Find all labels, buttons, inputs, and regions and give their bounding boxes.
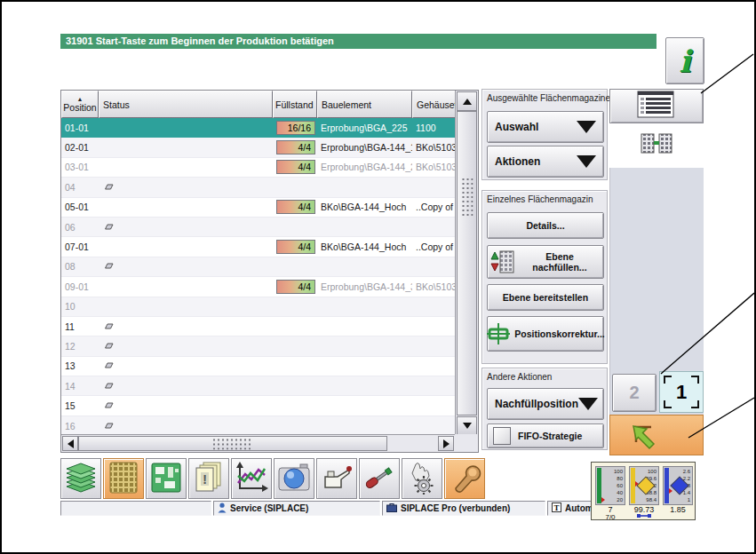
- column-header-bauelement[interactable]: Bauelement: [317, 91, 412, 118]
- group-title: Andere Aktionen: [487, 372, 552, 382]
- checkbox-unchecked-icon[interactable]: [493, 427, 511, 445]
- scroll-down-button[interactable]: [457, 416, 477, 435]
- magazine-grid-icon: [107, 461, 139, 497]
- cell-status: [99, 237, 273, 256]
- toolbar-magazine-grid-button[interactable]: [103, 458, 144, 499]
- arrow-up-icon: [463, 99, 472, 105]
- table-row[interactable]: 05-014/4BKo\BGA-144_Hoch..Copy of 51: [61, 198, 478, 218]
- focus-corner: [664, 400, 672, 408]
- arrow-left-icon: [68, 439, 74, 448]
- cell-bauelement: [317, 257, 412, 276]
- table-row[interactable]: 09-014/4Erprobung\BGA-144_3BKo\5103: [61, 277, 478, 297]
- cell-status: [99, 416, 273, 435]
- dropdown-label: Aktionen: [495, 155, 540, 168]
- toolbar-wrench-button[interactable]: [444, 458, 485, 499]
- pcb-icon: [150, 462, 182, 496]
- person-icon: [218, 503, 227, 515]
- page-2-button[interactable]: 2: [612, 374, 657, 412]
- cell-status: [99, 198, 273, 217]
- boards-stack-icon: [63, 461, 99, 497]
- machine-gauges-panel[interactable]: 10080604020 10099.699.298.898.4 2.62.21.…: [591, 462, 696, 520]
- cell-fuellstand: [273, 396, 317, 415]
- auswahl-dropdown[interactable]: Auswahl: [487, 111, 604, 143]
- table-row[interactable]: 10: [61, 297, 478, 317]
- scroll-left-button[interactable]: [62, 436, 78, 451]
- scroll-up-button[interactable]: [457, 91, 477, 111]
- refill-position-dropdown[interactable]: Nachfüllposition: [487, 388, 604, 420]
- info-button[interactable]: i: [665, 37, 704, 84]
- column-header-status[interactable]: Status: [99, 91, 273, 118]
- table-row[interactable]: 01-0116/16Erprobung\BGA_2251100: [61, 118, 478, 138]
- cell-position: 05-01: [61, 198, 99, 217]
- table-header: ▲ Position Status Füllstand Bauelement G…: [61, 91, 478, 118]
- status-section-user: Service (SIPLACE): [213, 501, 380, 516]
- table-row[interactable]: 15: [61, 396, 478, 416]
- vertical-scroll-thumb[interactable]: [457, 111, 477, 416]
- toolbar-pcb-button[interactable]: [146, 458, 187, 499]
- camera-icon: [277, 463, 311, 495]
- toolbar-statistics-chart-button[interactable]: [231, 458, 272, 499]
- pallet-icon: [102, 321, 115, 332]
- details-button[interactable]: Details...: [487, 212, 604, 239]
- table-row[interactable]: 02-014/4Erprobung\BGA-144_1BKo\5103: [61, 138, 478, 157]
- selected-magazines-label: Ausgewählte Flächenmagazine: 1: [487, 93, 620, 103]
- focus-corner: [664, 376, 672, 384]
- toolbar-boards-stack-button[interactable]: [60, 458, 101, 499]
- focus-corner: [691, 400, 699, 408]
- scroll-right-button[interactable]: [438, 436, 454, 451]
- toolbar-oil-can-button[interactable]: [316, 458, 357, 499]
- provide-level-button[interactable]: Ebene bereitstellen: [487, 284, 604, 311]
- list-view-icon: [637, 91, 676, 122]
- horizontal-scroll-thumb[interactable]: [78, 436, 387, 451]
- magazine-table: ▲ Position Status Füllstand Bauelement G…: [60, 90, 479, 453]
- tab-magazine-view[interactable]: [609, 123, 704, 168]
- toolbar-error-pages-button[interactable]: !: [188, 458, 229, 499]
- column-header-fuellstand[interactable]: Füllstand: [273, 91, 317, 118]
- table-row[interactable]: 06: [61, 218, 478, 237]
- table-row[interactable]: 12: [61, 336, 478, 356]
- cell-position: 12: [61, 336, 99, 355]
- cell-position: 07-01: [61, 237, 99, 256]
- cell-fuellstand: [273, 257, 317, 276]
- dropdown-arrow-icon: [577, 121, 596, 133]
- refill-level-button[interactable]: Ebene nachfüllen...: [487, 245, 604, 279]
- column-header-position[interactable]: ▲ Position: [61, 91, 99, 118]
- cell-status: [99, 257, 273, 276]
- table-row[interactable]: 07-014/4BKo\BGA-144_Hoch..Copy of 51: [61, 237, 478, 257]
- gauge-marker: [601, 497, 605, 503]
- vertical-scrollbar[interactable]: [455, 91, 478, 436]
- wrench-icon: [448, 462, 481, 496]
- table-row[interactable]: 14: [61, 376, 478, 396]
- position-correction-icon: [486, 322, 511, 345]
- cell-status: [99, 357, 273, 376]
- table-body: 01-0116/16Erprobung\BGA_225110002-014/4E…: [61, 118, 478, 436]
- cell-position: 04: [61, 178, 99, 196]
- table-row[interactable]: 16: [61, 416, 478, 436]
- table-row[interactable]: 11: [61, 317, 478, 336]
- column-label: Position: [63, 102, 96, 113]
- cell-status: [99, 376, 273, 395]
- table-row[interactable]: 03-014/4Erprobung\BGA-144_2BKo\5103: [61, 158, 478, 178]
- toolbar-screwdriver-button[interactable]: [359, 458, 400, 499]
- statistics-chart-icon: [235, 462, 268, 496]
- fill-level-badge: 4/4: [276, 200, 315, 214]
- cell-fuellstand: 16/16: [273, 118, 317, 137]
- page-1-button[interactable]: 1: [659, 371, 704, 413]
- toolbar-camera-button[interactable]: [274, 458, 314, 499]
- return-button[interactable]: [609, 415, 704, 455]
- dropdown-label: Nachfüllposition: [495, 398, 578, 410]
- cell-bauelement: BKo\BGA-144_Hoch: [317, 198, 412, 217]
- aktionen-dropdown[interactable]: Aktionen: [487, 146, 604, 178]
- return-arrow-icon: [625, 417, 664, 454]
- table-row[interactable]: 13: [61, 357, 478, 376]
- cell-fuellstand: 4/4: [273, 158, 317, 177]
- table-row[interactable]: 08: [61, 257, 478, 277]
- horizontal-scrollbar[interactable]: [61, 434, 455, 452]
- table-row[interactable]: 04: [61, 178, 478, 197]
- gauge-marker: [669, 488, 672, 494]
- fifo-strategy-toggle[interactable]: FIFO-Strategie: [487, 423, 604, 448]
- tab-list-view[interactable]: [609, 89, 704, 123]
- cell-fuellstand: 4/4: [273, 237, 317, 256]
- toolbar-manual-gear-button[interactable]: [402, 458, 442, 499]
- position-correction-button[interactable]: Positionskorrektur...: [487, 316, 604, 352]
